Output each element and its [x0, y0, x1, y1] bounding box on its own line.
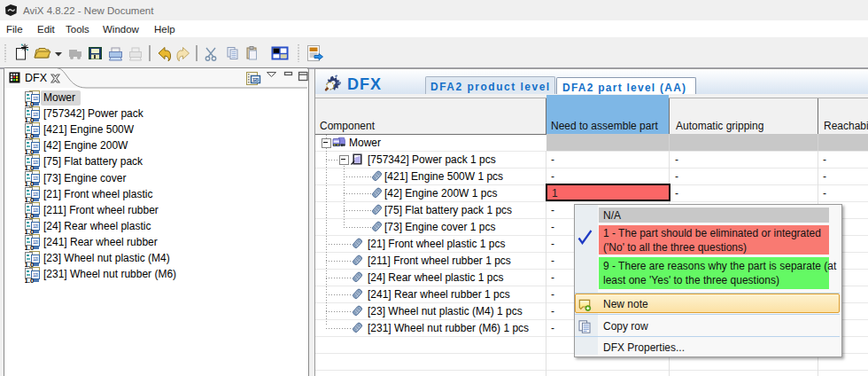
svg-text:123: 123 [252, 76, 260, 82]
